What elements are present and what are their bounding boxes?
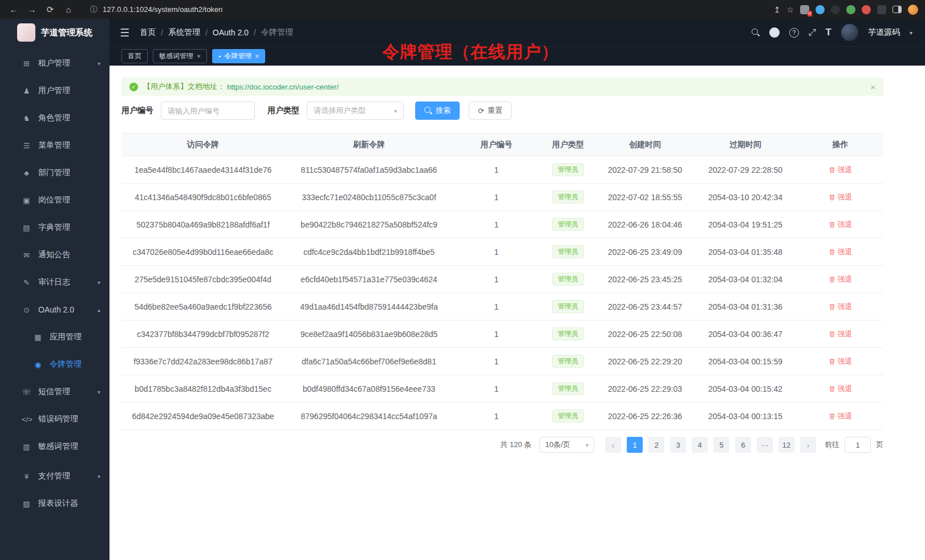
force-logout-button[interactable]: 强退 [829,411,853,421]
alert-close-icon[interactable]: × [870,82,875,92]
page-button-12[interactable]: 12 [778,437,794,453]
github-icon[interactable] [769,27,780,38]
tab-sensitive-words[interactable]: 敏感词管理 × [153,49,207,63]
sidebar-item-sensitive-words[interactable]: ▥ 敏感词管理 [0,433,109,460]
sidebar-item-tenant[interactable]: ⊞ 租户管理 ▾ [0,50,109,77]
force-logout-button[interactable]: 强退 [829,192,853,202]
force-logout-button[interactable]: 强退 [829,384,853,394]
page-button-5[interactable]: 5 [713,437,729,453]
user-type-badge: 管理员 [552,382,584,395]
page-button-3[interactable]: 3 [670,437,686,453]
active-dot-icon: ● [218,54,221,58]
sidebar-menu: ⊞ 租户管理 ▾ ♟ 用户管理 ♞ 角色管理 ☰ 菜单管理 [0,46,109,560]
address-bar[interactable]: ⓘ 127.0.0.1:1024/system/oauth2/token [80,5,774,15]
search-button[interactable]: 搜索 [415,102,460,120]
pagination: 共 120 条 10条/页 ▾ ‹ 1 2 3 4 5 6 ··· 12 › [121,437,883,453]
user-icon: ♟ [22,87,31,95]
delete-icon [829,167,835,173]
user-type-select[interactable]: 请选择用户类型 ▾ [307,102,404,120]
extension-icon[interactable] [831,5,840,14]
sidebar-item-auditlog[interactable]: ✎ 审计日志 ▾ [0,269,109,296]
sidebar-item-sms[interactable]: ☏ 短信管理 ▾ [0,378,109,405]
user-name[interactable]: 芋道源码 [868,27,900,38]
refresh-icon: ⟳ [478,107,484,115]
sidebar-item-oauth2[interactable]: ⊙ OAuth 2.0 ▴ [0,296,109,323]
menu-list-icon: ☰ [22,141,31,150]
sidebar-item-menu[interactable]: ☰ 菜单管理 [0,132,109,159]
user-type-label: 用户类型 [267,105,299,116]
browser-profile-avatar[interactable] [908,5,918,15]
close-icon[interactable]: × [197,52,201,60]
force-logout-button[interactable]: 强退 [829,302,853,312]
sidebar-item-errorcode[interactable]: </> 错误码管理 [0,405,109,433]
goto-page-input[interactable] [845,437,871,453]
dept-tree-icon: ♣ [22,169,31,177]
bookmark-star-icon[interactable]: ☆ [786,5,794,14]
breadcrumb-home[interactable]: 首页 [140,27,156,38]
sidebar-item-post[interactable]: ▣ 岗位管理 [0,186,109,214]
page-button-1[interactable]: 1 [627,437,643,453]
breadcrumb-system[interactable]: 系统管理 [168,27,200,38]
sidebar-item-user[interactable]: ♟ 用户管理 [0,77,109,104]
help-icon[interactable]: ? [789,28,799,38]
extension-icon[interactable] [862,5,871,14]
fullscreen-icon[interactable]: ⤢ [809,27,816,38]
url-text[interactable]: 127.0.0.1:1024/system/oauth2/token [103,5,222,14]
force-logout-button[interactable]: 强退 [829,356,853,367]
user-id-input[interactable] [161,102,255,120]
search-icon[interactable] [752,29,760,36]
breadcrumb-oauth2[interactable]: OAuth 2.0 [213,28,249,37]
table-row: 275e5de9151045fe87cbdc395e004f4d e6cfd40… [121,266,883,293]
sidebar-item-payment[interactable]: ¥ 支付管理 ▾ [0,462,109,490]
reset-button[interactable]: ⟳ 重置 [469,102,512,120]
page-button-6[interactable]: 6 [735,437,751,453]
force-logout-button[interactable]: 强退 [829,247,853,257]
font-size-icon[interactable]: T [826,27,831,38]
prev-page-button[interactable]: ‹ [605,437,621,453]
close-icon[interactable]: × [255,52,259,60]
user-avatar[interactable] [841,24,858,41]
share-icon[interactable]: ↥ [774,5,781,14]
user-type-badge: 管理员 [552,273,584,286]
force-logout-button[interactable]: 强退 [829,274,853,285]
page-button-2[interactable]: 2 [648,437,664,453]
force-logout-button[interactable]: 强退 [829,165,853,175]
extension-icon[interactable] [877,5,886,14]
browser-home-button[interactable]: ⌂ [62,5,75,14]
breadcrumb-current: 令牌管理 [261,27,293,38]
side-panel-icon[interactable] [892,6,902,13]
chevron-down-icon[interactable]: ▾ [910,30,912,36]
sidebar-item-report-designer[interactable]: ▧ 报表设计器 [0,490,109,517]
sidebar-item-dept[interactable]: ♣ 部门管理 [0,159,109,186]
app-logo-row[interactable]: 芋道管理系统 [0,19,109,46]
success-check-icon: ✓ [129,83,138,91]
post-badge-icon: ▣ [22,196,31,205]
tab-token-mgmt[interactable]: ● 令牌管理 × [212,49,265,63]
goto-page: 前往 页 [825,437,883,453]
more-pages-button[interactable]: ··· [757,437,773,453]
chevron-down-icon: ▾ [586,442,589,448]
sidebar-item-app-mgmt[interactable]: ▦ 应用管理 [0,323,109,351]
browser-forward-button[interactable]: → [25,5,39,14]
app-title: 芋道管理系统 [41,27,92,38]
extension-icon[interactable] [816,5,825,14]
sidebar-item-notice[interactable]: ✉ 通知公告 [0,241,109,269]
table-row: c347026e805e4d99b0d116eae66eda8c cdfc4ce… [121,238,883,266]
force-logout-button[interactable]: 强退 [829,220,853,230]
sidebar-item-role[interactable]: ♞ 角色管理 [0,104,109,132]
browser-reload-button[interactable]: ⟳ [43,5,57,15]
browser-back-button[interactable]: ← [7,5,21,14]
table-row: 41c41346a548490f9dc8b01c6bfe0865 333ecfc… [121,184,883,211]
next-page-button[interactable]: › [800,437,816,453]
force-logout-button[interactable]: 强退 [829,329,853,339]
tab-home[interactable]: 首页 [121,49,148,63]
extension-icon[interactable] [846,5,855,14]
sidebar-item-token-mgmt[interactable]: ◉ 令牌管理 [0,351,109,378]
sidebar-item-dict[interactable]: ▤ 字典管理 [0,214,109,241]
page-button-4[interactable]: 4 [692,437,708,453]
extension-icon[interactable]: 0 [800,5,809,14]
hamburger-icon[interactable]: ☰ [120,26,129,39]
doc-link[interactable]: https://doc.iocoder.cn/user-center/ [227,83,339,91]
site-info-icon[interactable]: ⓘ [90,5,98,15]
page-size-select[interactable]: 10条/页 ▾ [539,437,594,453]
